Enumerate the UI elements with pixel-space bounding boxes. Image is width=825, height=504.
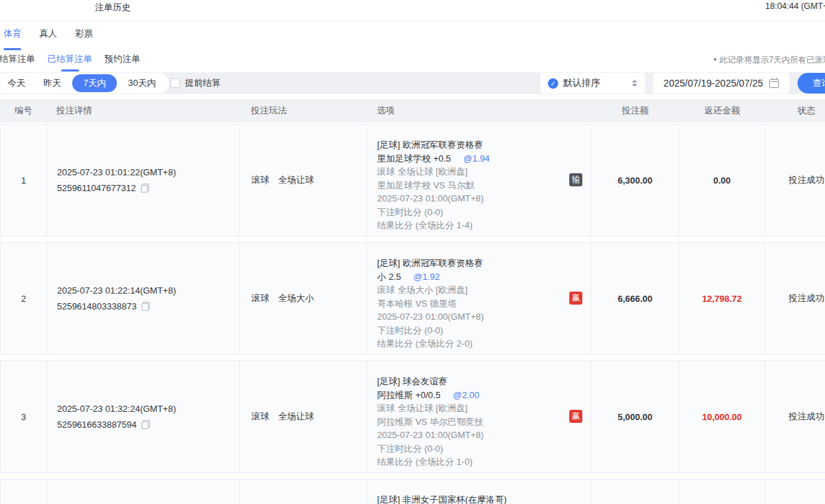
- title-bar: 注单历史 18:04:44 (GMT+8: [0, 0, 825, 21]
- play-type-cell: [240, 479, 367, 504]
- page-title: 注单历史: [95, 1, 131, 14]
- early-settle-option[interactable]: 提前结算: [170, 72, 221, 94]
- option-cell: [足球] 球会友谊赛 阿拉维斯 +0/0.5@2.00 滚球 全场让球 [欧洲盘…: [367, 361, 592, 472]
- filter-30days-button[interactable]: 30天内: [119, 74, 164, 92]
- subtab-label: 预约注单: [104, 54, 140, 64]
- status-text: 投注成功: [765, 124, 825, 236]
- return-amount: 12,798.72: [679, 243, 765, 354]
- tab-sports[interactable]: 体育: [3, 28, 21, 44]
- league-name: [足球] 球会友谊赛: [377, 375, 564, 388]
- col-header-play: 投注玩法: [239, 105, 366, 117]
- server-time: 18:04:44 (GMT+8: [765, 1, 825, 11]
- bet-score: 下注时比分 (0-0): [377, 324, 564, 338]
- bet-time: 2025-07-23 01:32:24(GMT+8): [57, 401, 239, 417]
- bet-time: 2025-07-23 01:22:14(GMT+8): [57, 283, 239, 298]
- subtab-label: 未结算注单: [0, 54, 35, 64]
- subtab-reserved[interactable]: 预约注单: [104, 53, 140, 65]
- query-button[interactable]: 查询: [798, 73, 825, 94]
- status-text: [765, 479, 825, 504]
- order-id: 5259611047677312: [57, 180, 136, 196]
- market-info: 滚球 全场让球 [欧洲盘]: [377, 402, 564, 415]
- table-row: 3 2025-07-23 01:32:24(GMT+8) 52596166338…: [0, 360, 825, 473]
- selection: 里加足球学校 +0.5: [377, 153, 451, 164]
- return-amount: 0.00: [679, 124, 765, 236]
- copy-icon[interactable]: [142, 420, 150, 429]
- filter-bar: 今天 昨天 7天内 30天内 提前结算 ✓ 默认排序 2025/07/19-20…: [0, 72, 825, 94]
- active-subtab-underline: [61, 69, 79, 72]
- status-text: 投注成功: [765, 243, 825, 354]
- win-badge: 赢: [569, 292, 582, 305]
- early-settle-checkbox[interactable]: [170, 78, 180, 88]
- col-header-option: 选项: [366, 105, 591, 117]
- col-header-detail: 投注详情: [47, 105, 239, 117]
- date-range-picker[interactable]: 2025/07/19-2025/07/25: [653, 73, 789, 94]
- play-market: 全场让球: [278, 174, 314, 186]
- league-name: [足球] 非洲女子国家杯(在摩洛哥): [377, 493, 564, 504]
- copy-icon[interactable]: [141, 184, 149, 193]
- bet-amount: 6,666.00: [591, 243, 679, 354]
- tab-label: 真人: [39, 28, 57, 39]
- subtab-settled[interactable]: 已结算注单: [47, 53, 92, 65]
- row-number: 2: [1, 243, 47, 354]
- match-teams: 阿拉维斯 VS 毕尔巴鄂竞技: [377, 415, 564, 429]
- win-badge: 赢: [569, 410, 582, 423]
- selection: 阿拉维斯 +0/0.5: [377, 390, 441, 400]
- table-row: [足球] 非洲女子国家杯(在摩洛哥): [0, 479, 825, 504]
- category-tabs: 体育 真人 彩票: [3, 28, 93, 44]
- return-amount: [679, 479, 765, 504]
- check-circle-icon: ✓: [548, 78, 558, 89]
- col-header-return: 返还金额: [679, 105, 765, 117]
- bet-rows: 1 2025-07-23 01:01:22(GMT+8) 52596110476…: [0, 124, 825, 504]
- date-quick-filter-group: 今天 昨天 7天内 30天内: [0, 73, 169, 94]
- match-time: 2025-07-23 01:00(GMT+8): [377, 428, 564, 442]
- return-amount: 10,000.00: [679, 361, 765, 472]
- table-header: 编号 投注详情 投注玩法 选项 投注额 返还金额 状态: [0, 99, 825, 122]
- option-cell: [足球] 欧洲冠军联赛资格赛 小 2.5@1.92 滚球 全场大小 [欧洲盘] …: [367, 243, 592, 354]
- bet-time: 2025-07-23 01:01:22(GMT+8): [57, 164, 239, 180]
- result-score: 结果比分 (全场比分 1-0): [377, 455, 564, 469]
- col-header-amount: 投注额: [591, 105, 679, 117]
- row-number: 1: [1, 124, 47, 236]
- filter-7days-button[interactable]: 7天内: [72, 74, 117, 92]
- odds-value: @2.00: [453, 390, 480, 400]
- tab-label: 彩票: [75, 28, 93, 39]
- sort-dropdown[interactable]: ✓ 默认排序: [540, 73, 645, 94]
- match-teams: 里加足球学校 VS 马尔默: [377, 179, 564, 193]
- play-mode: 滚球: [252, 410, 270, 423]
- bet-detail-cell: 2025-07-23 01:32:24(GMT+8) 5259616633887…: [47, 361, 240, 472]
- bet-score: 下注时比分 (0-0): [377, 442, 564, 456]
- calendar-icon: [769, 79, 779, 88]
- notice-text: 此记录将显示7天内所有已派彩的: [719, 55, 825, 65]
- selection: 小 2.5: [377, 272, 402, 282]
- subtab-label: 已结算注单: [47, 54, 92, 64]
- table-row: 1 2025-07-23 01:01:22(GMT+8) 52596110476…: [0, 124, 825, 237]
- match-time: 2025-07-23 01:00(GMT+8): [377, 192, 564, 206]
- order-id: 5259616633887594: [57, 417, 137, 432]
- league-name: [足球] 欧洲冠军联赛资格赛: [377, 256, 564, 270]
- notice-bullet: •: [714, 55, 716, 65]
- filter-yesterday-button[interactable]: 昨天: [34, 74, 70, 92]
- lose-badge: 输: [569, 173, 582, 186]
- early-settle-label: 提前结算: [185, 77, 221, 89]
- bet-detail-cell: [47, 479, 240, 504]
- match-teams: 哥本哈根 VS 德里塔: [377, 297, 564, 311]
- order-id: 5259614803338873: [57, 298, 137, 314]
- bet-score: 下注时比分 (0-0): [377, 206, 564, 219]
- play-mode: 滚球: [252, 174, 270, 186]
- play-type-cell: 滚球 全场让球: [240, 361, 367, 472]
- sort-selected-value: 默认排序: [563, 77, 600, 89]
- result-score: 结果比分 (全场比分 2-0): [377, 337, 564, 351]
- copy-icon[interactable]: [142, 302, 150, 311]
- filter-today-button[interactable]: 今天: [0, 74, 34, 92]
- bet-amount: 6,300.00: [591, 124, 679, 236]
- play-market: 全场让球: [278, 410, 314, 423]
- tab-lottery[interactable]: 彩票: [75, 28, 93, 44]
- table-row: 2 2025-07-23 01:22:14(GMT+8) 52596148033…: [0, 242, 825, 355]
- row-number: [1, 479, 47, 504]
- tab-live[interactable]: 真人: [39, 28, 57, 44]
- tab-label: 体育: [3, 28, 21, 39]
- subtab-unsettled[interactable]: 未结算注单: [0, 53, 35, 65]
- bet-amount: [591, 479, 679, 504]
- bet-amount: 5,000.00: [591, 361, 679, 472]
- market-info: 滚球 全场让球 [欧洲盘]: [377, 165, 564, 179]
